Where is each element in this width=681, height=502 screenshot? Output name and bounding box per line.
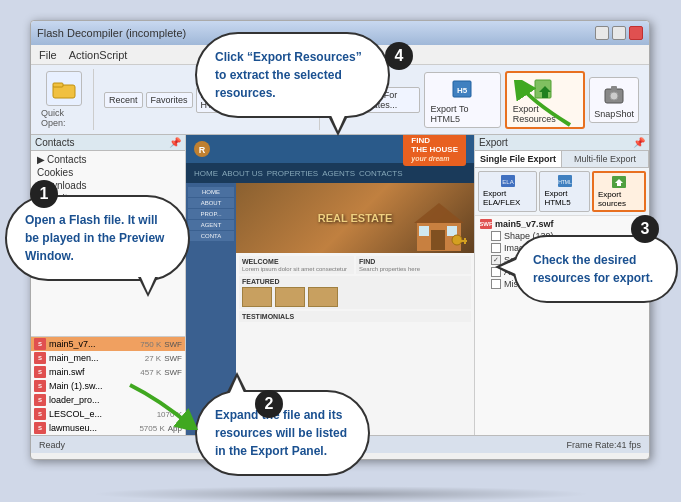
callout-bubble-4: Click “Export Resources” to extract the … xyxy=(195,32,390,118)
svg-rect-19 xyxy=(464,242,466,244)
find-section: FIND Search properties here xyxy=(356,256,471,274)
title-bar-text: Flash Decompiler (incomplete) xyxy=(37,27,186,39)
ground-shadow xyxy=(91,486,591,502)
bubble1-tail-inner xyxy=(140,275,156,293)
callout-bubble-3: Check the desired resources for export. xyxy=(513,235,678,303)
snapshot-label: SnapShot xyxy=(594,109,634,119)
panel-pin-icon: 📌 xyxy=(169,137,181,148)
swf-icon-0: S xyxy=(34,338,46,350)
svg-rect-1 xyxy=(53,83,63,87)
ela-flex-label: Export ELA/FLEX xyxy=(483,189,532,207)
welcome-title: WELCOME xyxy=(242,258,351,265)
menu-file[interactable]: File xyxy=(39,49,57,61)
export-label: Export xyxy=(479,137,508,148)
export-html5-label: Export To HTML5 xyxy=(431,104,494,124)
menu-actionscript[interactable]: ActionScript xyxy=(69,49,128,61)
right-panel-pin-icon: 📌 xyxy=(633,137,645,148)
export-sources-button[interactable]: Export sources xyxy=(592,171,646,212)
house-illustration xyxy=(409,198,469,253)
svg-marker-11 xyxy=(414,203,464,223)
export-root-item[interactable]: SWF main5_v7.swf xyxy=(477,218,647,230)
tree-cookies[interactable]: Cookies xyxy=(33,166,183,179)
featured-items xyxy=(242,287,468,307)
svg-text:ELA: ELA xyxy=(502,179,513,185)
swf-icon-6: S xyxy=(34,422,46,434)
file-item-0[interactable]: S main5_v7... 750 K SWF xyxy=(31,337,185,351)
svg-text:HTML: HTML xyxy=(558,179,572,185)
featured-title: FEATURED xyxy=(242,278,468,285)
quick-open-label: Quick Open: xyxy=(41,108,87,128)
callout-4-text: Click “Export Resources” to extract the … xyxy=(215,50,362,100)
recent-btn[interactable]: Recent xyxy=(104,92,143,108)
featured-item-3 xyxy=(308,287,338,307)
file-name-2: main.swf xyxy=(49,367,137,377)
file-item-2[interactable]: S main.swf 457 K SWF xyxy=(31,365,185,379)
close-button[interactable] xyxy=(629,26,643,40)
file-name-1: main_men... xyxy=(49,353,142,363)
sidebar-agents2[interactable]: AGENT xyxy=(188,220,234,230)
export-to-html5-button[interactable]: H5 Export To HTML5 xyxy=(424,72,501,128)
file-size-2: 457 K xyxy=(140,368,161,377)
export-html5-btn-panel[interactable]: HTML Export HTML5 xyxy=(539,171,590,212)
bubble3-tail-inner xyxy=(500,259,518,275)
favorites-btn[interactable]: Favorites xyxy=(146,92,193,108)
preview-body: WELCOME Lorem ipsum dolor sit amet conse… xyxy=(236,253,474,325)
export-root-label: main5_v7.swf xyxy=(495,219,554,229)
shape-checkbox[interactable] xyxy=(491,231,501,241)
welcome-text: Lorem ipsum dolor sit amet consectetur xyxy=(242,266,351,272)
export-ela-flex-button[interactable]: ELA Export ELA/FLEX xyxy=(478,171,537,212)
misc-checkbox[interactable] xyxy=(491,279,501,289)
image-checkbox[interactable] xyxy=(491,243,501,253)
ela-flex-icon: ELA xyxy=(500,174,516,188)
nav-agents[interactable]: AGENTS xyxy=(322,169,355,178)
swf-icon-5: S xyxy=(34,408,46,420)
swf-icon-4: S xyxy=(34,394,46,406)
export-sources-label: Export sources xyxy=(598,190,640,208)
left-panel-header: Contacts 📌 xyxy=(31,135,185,151)
html5-btn-label: Export HTML5 xyxy=(544,189,585,207)
open-folder-icon[interactable] xyxy=(46,71,82,106)
tab-multi-file[interactable]: Multi-file Export xyxy=(562,151,649,167)
nav-properties[interactable]: PROPERTIES xyxy=(267,169,318,178)
callout-3-text: Check the desired resources for export. xyxy=(533,253,653,285)
sidebar-prop[interactable]: PROP... xyxy=(188,209,234,219)
title-bar-buttons xyxy=(595,26,643,40)
file-item-1[interactable]: S main_men... 27 K SWF xyxy=(31,351,185,365)
bubble4-tail-inner xyxy=(330,113,346,131)
svg-rect-8 xyxy=(611,86,617,90)
nav-about[interactable]: ABOUT US xyxy=(222,169,263,178)
status-ready: Ready xyxy=(39,440,65,450)
step-1-badge: 1 xyxy=(30,180,58,208)
file-type-2: SWF xyxy=(164,368,182,377)
sidebar-home[interactable]: HOME xyxy=(188,187,234,197)
swf-icon-1: S xyxy=(34,352,46,364)
contacts-label: Contacts xyxy=(35,137,74,148)
maximize-button[interactable] xyxy=(612,26,626,40)
file-type-0: SWF xyxy=(164,340,182,349)
step-4-badge: 4 xyxy=(385,42,413,70)
tree-contacts[interactable]: ▶ Contacts xyxy=(33,153,183,166)
snapshot-button[interactable]: SnapShot xyxy=(589,77,639,123)
testimonials-title: TESTIMONIALS xyxy=(242,313,468,320)
svg-text:R: R xyxy=(199,145,206,155)
svg-rect-18 xyxy=(464,238,466,240)
preview-header: R FINDTHE HOUSEyour dream xyxy=(186,135,474,163)
export-html5-icon: H5 xyxy=(448,76,476,104)
nav-home[interactable]: HOME xyxy=(194,169,218,178)
file-name-0: main5_v7... xyxy=(49,339,137,349)
find-house-btn: FINDTHE HOUSEyour dream xyxy=(403,135,466,166)
svg-rect-17 xyxy=(459,240,467,242)
minimize-button[interactable] xyxy=(595,26,609,40)
snapshot-icon xyxy=(600,81,628,109)
sidebar-contacts2[interactable]: CONTA xyxy=(188,231,234,241)
tab-single-file[interactable]: Single File Export xyxy=(475,151,562,167)
sidebar-about[interactable]: ABOUT xyxy=(188,198,234,208)
tree-arrow-icon: ▶ xyxy=(37,154,45,165)
preview-two-col: WELCOME Lorem ipsum dolor sit amet conse… xyxy=(239,256,471,274)
file-type-1: SWF xyxy=(164,354,182,363)
nav-contacts[interactable]: CONTACTS xyxy=(359,169,402,178)
swf-icon-2: S xyxy=(34,366,46,378)
real-estate-text: REAL ESTATE xyxy=(318,212,393,224)
html5-icon-small: HTML xyxy=(557,174,573,188)
find-text: Search properties here xyxy=(359,266,468,272)
